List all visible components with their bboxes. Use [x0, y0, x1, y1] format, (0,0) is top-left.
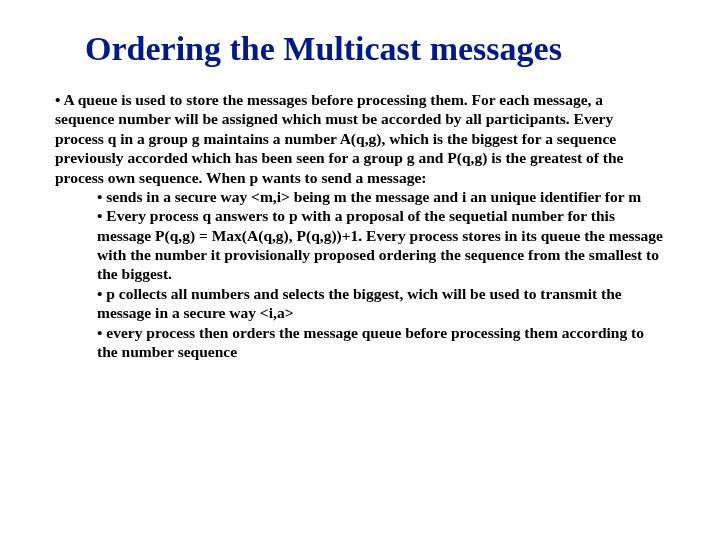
- bullet-item: • sends in a secure way <m,i> being m th…: [97, 187, 665, 206]
- slide-body: • A queue is used to store the messages …: [55, 90, 665, 361]
- intro-paragraph: • A queue is used to store the messages …: [55, 90, 665, 187]
- bullet-item: • p collects all numbers and selects the…: [97, 284, 665, 323]
- bullet-item: • Every process q answers to p with a pr…: [97, 206, 665, 284]
- bullet-item: • every process then orders the message …: [97, 323, 665, 362]
- slide-title: Ordering the Multicast messages: [85, 30, 665, 68]
- slide: Ordering the Multicast messages • A queu…: [0, 0, 720, 540]
